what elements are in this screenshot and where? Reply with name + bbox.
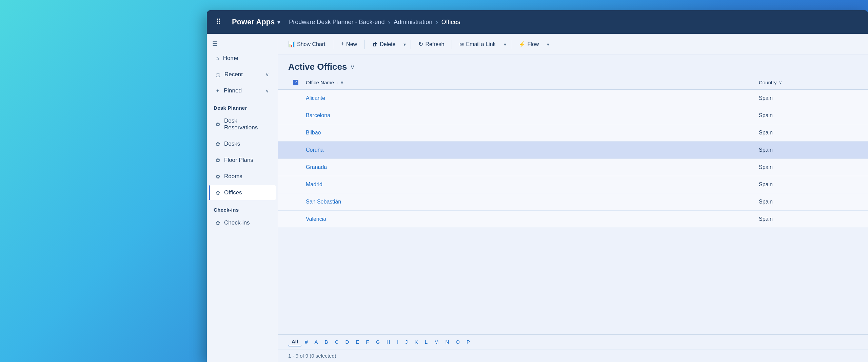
breadcrumb-sep1: ›	[388, 18, 390, 26]
flow-icon: ⚡	[519, 41, 526, 47]
office-name-cell-2[interactable]: Barcelona	[303, 107, 756, 124]
sidebar-item-desk-reservations[interactable]: ✿ Desk Reservations	[209, 113, 276, 135]
alpha-j-button[interactable]: J	[402, 338, 411, 346]
email-dropdown-button[interactable]: ▾	[502, 39, 508, 50]
country-cell-6: Spain	[756, 176, 858, 193]
alpha-i-button[interactable]: I	[394, 338, 402, 346]
country-cell-8: Spain	[756, 211, 858, 228]
sidebar-item-recent[interactable]: ◷ Recent ∨	[209, 67, 276, 82]
office-name-cell-4[interactable]: Coruña	[303, 142, 756, 158]
alpha-b-button[interactable]: B	[321, 338, 332, 346]
country-cell-5: Spain	[756, 159, 858, 176]
sidebar-item-desks[interactable]: ✿ Desks	[209, 136, 276, 151]
office-name-cell-5[interactable]: Granada	[303, 159, 756, 176]
flow-button[interactable]: ⚡ Flow	[514, 38, 544, 50]
flow-label: Flow	[528, 41, 539, 47]
alpha-n-button[interactable]: N	[442, 338, 452, 346]
row-checkbox-2[interactable]	[288, 110, 303, 121]
sidebar-item-check-ins[interactable]: ✿ Check-ins	[209, 215, 276, 230]
alpha-d-button[interactable]: D	[342, 338, 352, 346]
app-title-chevron: ▾	[277, 19, 280, 25]
sidebar-item-offices[interactable]: ✿ Offices	[209, 185, 276, 200]
breadcrumb-section[interactable]: Administration	[394, 19, 432, 26]
row-checkbox-1[interactable]	[288, 93, 303, 104]
row-checkbox-5[interactable]	[288, 162, 303, 173]
country-cell-1: Spain	[756, 90, 858, 107]
show-chart-button[interactable]: 📊 Show Chart	[283, 38, 330, 50]
select-all-checkbox[interactable]: ✓	[293, 80, 298, 85]
table-row[interactable]: San Sebastián Spain	[278, 193, 868, 211]
section-check-ins: Check-ins	[207, 201, 278, 215]
alpha-e-button[interactable]: E	[352, 338, 362, 346]
office-name-cell-6[interactable]: Madrid	[303, 176, 756, 193]
header-office-name[interactable]: Office Name ↑ ∨	[303, 76, 756, 89]
new-button[interactable]: + New	[336, 38, 362, 50]
table-row[interactable]: Bilbao Spain	[278, 124, 868, 142]
office-name-cell-8[interactable]: Valencia	[303, 211, 756, 228]
app-title-button[interactable]: Power Apps ▾	[229, 16, 283, 28]
alpha-a-button[interactable]: A	[311, 338, 321, 346]
row-checkbox-8[interactable]	[288, 214, 303, 225]
table-row[interactable]: Alicante Spain	[278, 90, 868, 107]
view-title-chevron[interactable]: ∨	[350, 63, 355, 71]
status-text: 1 - 9 of 9 (0 selected)	[288, 353, 336, 359]
breadcrumb-sep2: ›	[436, 18, 438, 26]
alpha-m-button[interactable]: M	[431, 338, 442, 346]
home-icon: ⌂	[216, 55, 219, 61]
office-name-cell-1[interactable]: Alicante	[303, 90, 756, 107]
pinned-chevron: ∨	[265, 88, 269, 93]
toolbar-divider-1	[333, 40, 333, 49]
breadcrumb-current: Offices	[441, 19, 460, 26]
sidebar-desks-label: Desks	[224, 141, 240, 147]
country-filter-icon[interactable]: ∨	[779, 80, 782, 85]
show-chart-label: Show Chart	[297, 41, 326, 47]
alpha-k-button[interactable]: K	[411, 338, 421, 346]
alpha-p-button[interactable]: P	[463, 338, 473, 346]
header-checkbox[interactable]: ✓	[288, 76, 303, 89]
toolbar-divider-5	[511, 40, 511, 49]
header-country[interactable]: Country ∨	[756, 76, 858, 89]
delete-dropdown-button[interactable]: ▾	[401, 39, 408, 50]
hamburger-icon[interactable]: ☰	[212, 40, 218, 47]
row-checkbox-4[interactable]	[288, 145, 303, 155]
rooms-icon: ✿	[216, 173, 220, 180]
breadcrumb-app: Prodware Desk Planner - Back-end	[289, 19, 384, 26]
alpha-g-button[interactable]: G	[372, 338, 383, 346]
sidebar-item-floor-plans[interactable]: ✿ Floor Plans	[209, 153, 276, 168]
sidebar: ☰ ⌂ Home ◷ Recent ∨ ✦ Pinned ∨ Desk Plan…	[207, 34, 278, 362]
table-row[interactable]: Granada Spain	[278, 159, 868, 176]
flow-dropdown-button[interactable]: ▾	[545, 39, 551, 50]
refresh-button[interactable]: ↻ Refresh	[414, 38, 449, 50]
office-name-cell-7[interactable]: San Sebastián	[303, 193, 756, 210]
sidebar-pinned-label: Pinned	[224, 87, 242, 94]
office-name-cell-3[interactable]: Bilbao	[303, 124, 756, 141]
new-label: New	[346, 41, 357, 47]
alpha-all-button[interactable]: All	[288, 337, 301, 346]
sidebar-item-home[interactable]: ⌂ Home	[209, 51, 276, 66]
alpha-f-button[interactable]: F	[362, 338, 372, 346]
sidebar-item-rooms[interactable]: ✿ Rooms	[209, 169, 276, 184]
row-checkbox-3[interactable]	[288, 127, 303, 138]
waffle-icon[interactable]: ⠿	[214, 16, 223, 28]
alpha-o-button[interactable]: O	[452, 338, 463, 346]
alpha-l-button[interactable]: L	[421, 338, 431, 346]
row-checkbox-6[interactable]	[288, 179, 303, 190]
table-row[interactable]: Valencia Spain	[278, 211, 868, 228]
sidebar-offices-label: Offices	[224, 189, 242, 196]
sidebar-item-pinned[interactable]: ✦ Pinned ∨	[209, 83, 276, 98]
alpha-h-button[interactable]: H	[383, 338, 394, 346]
toolbar-divider-4	[452, 40, 452, 49]
row-checkbox-7[interactable]	[288, 196, 303, 207]
table-row[interactable]: Madrid Spain	[278, 176, 868, 193]
section-desk-planner: Desk Planner	[207, 99, 278, 113]
office-name-filter-icon[interactable]: ∨	[340, 80, 344, 85]
view-title-bar: Active Offices ∨	[278, 55, 868, 76]
table-row[interactable]: Coruña Spain	[278, 142, 868, 159]
sidebar-rooms-label: Rooms	[224, 173, 242, 180]
alpha-hash-button[interactable]: #	[301, 338, 311, 346]
email-link-label: Email a Link	[466, 41, 495, 47]
delete-button[interactable]: 🗑 Delete	[368, 39, 400, 50]
alpha-c-button[interactable]: C	[332, 338, 342, 346]
table-row[interactable]: Barcelona Spain	[278, 107, 868, 124]
email-link-button[interactable]: ✉ Email a Link	[455, 38, 500, 50]
